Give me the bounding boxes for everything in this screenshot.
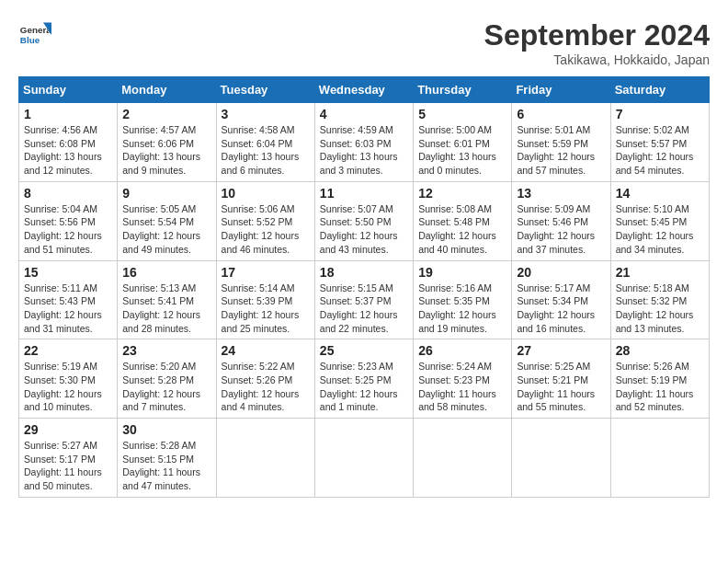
week-row-4: 22Sunrise: 5:19 AM Sunset: 5:30 PM Dayli… [19, 339, 710, 419]
day-cell-16: 16Sunrise: 5:13 AM Sunset: 5:41 PM Dayli… [118, 260, 216, 339]
day-cell-21: 21Sunrise: 5:18 AM Sunset: 5:32 PM Dayli… [610, 260, 709, 339]
day-info: Sunrise: 5:17 AM Sunset: 5:34 PM Dayligh… [517, 282, 605, 336]
day-number: 14 [616, 186, 704, 201]
day-info: Sunrise: 5:19 AM Sunset: 5:30 PM Dayligh… [24, 360, 112, 414]
day-number: 11 [320, 186, 408, 201]
day-info: Sunrise: 5:02 AM Sunset: 5:57 PM Dayligh… [616, 123, 704, 178]
empty-cell [314, 419, 413, 498]
day-cell-30: 30Sunrise: 5:28 AM Sunset: 5:15 PM Dayli… [118, 419, 216, 498]
day-info: Sunrise: 4:59 AM Sunset: 6:03 PM Dayligh… [320, 123, 408, 178]
day-cell-6: 6Sunrise: 5:01 AM Sunset: 5:59 PM Daylig… [512, 103, 610, 182]
day-cell-8: 8Sunrise: 5:04 AM Sunset: 5:56 PM Daylig… [19, 181, 118, 260]
day-number: 9 [122, 186, 210, 201]
day-info: Sunrise: 5:28 AM Sunset: 5:15 PM Dayligh… [122, 439, 210, 493]
day-number: 30 [122, 422, 210, 437]
empty-cell [512, 419, 610, 498]
day-number: 18 [320, 265, 408, 280]
day-info: Sunrise: 5:26 AM Sunset: 5:19 PM Dayligh… [616, 360, 704, 414]
week-row-1: 1Sunrise: 4:56 AM Sunset: 6:08 PM Daylig… [19, 103, 710, 182]
day-number: 22 [24, 343, 112, 358]
day-cell-23: 23Sunrise: 5:20 AM Sunset: 5:28 PM Dayli… [118, 339, 216, 419]
calendar-table: SundayMondayTuesdayWednesdayThursdayFrid… [18, 76, 710, 498]
day-cell-24: 24Sunrise: 5:22 AM Sunset: 5:26 PM Dayli… [216, 339, 314, 419]
day-number: 5 [418, 107, 506, 121]
day-info: Sunrise: 5:01 AM Sunset: 5:59 PM Dayligh… [517, 123, 605, 178]
location-title: Takikawa, Hokkaido, Japan [484, 52, 710, 67]
day-number: 25 [320, 343, 408, 358]
day-info: Sunrise: 5:06 AM Sunset: 5:52 PM Dayligh… [222, 202, 310, 257]
day-cell-2: 2Sunrise: 4:57 AM Sunset: 6:06 PM Daylig… [118, 103, 216, 182]
page-header: General Blue September 2024 Takikawa, Ho… [18, 18, 710, 67]
day-info: Sunrise: 5:18 AM Sunset: 5:32 PM Dayligh… [616, 282, 704, 336]
day-info: Sunrise: 5:08 AM Sunset: 5:48 PM Dayligh… [418, 202, 506, 257]
day-cell-12: 12Sunrise: 5:08 AM Sunset: 5:48 PM Dayli… [414, 181, 512, 260]
day-number: 4 [320, 107, 408, 121]
week-row-2: 8Sunrise: 5:04 AM Sunset: 5:56 PM Daylig… [19, 181, 710, 260]
day-number: 7 [616, 107, 704, 121]
weekday-header-sunday: Sunday [19, 77, 118, 103]
day-info: Sunrise: 5:24 AM Sunset: 5:23 PM Dayligh… [418, 360, 506, 414]
day-cell-22: 22Sunrise: 5:19 AM Sunset: 5:30 PM Dayli… [19, 339, 118, 419]
day-cell-28: 28Sunrise: 5:26 AM Sunset: 5:19 PM Dayli… [610, 339, 709, 419]
day-number: 29 [24, 422, 112, 437]
empty-cell [216, 419, 314, 498]
day-info: Sunrise: 5:07 AM Sunset: 5:50 PM Dayligh… [320, 202, 408, 257]
day-number: 15 [24, 265, 112, 280]
day-number: 23 [122, 343, 210, 358]
day-cell-1: 1Sunrise: 4:56 AM Sunset: 6:08 PM Daylig… [19, 103, 118, 182]
day-info: Sunrise: 4:58 AM Sunset: 6:04 PM Dayligh… [222, 123, 310, 178]
day-number: 2 [122, 107, 210, 121]
day-cell-14: 14Sunrise: 5:10 AM Sunset: 5:45 PM Dayli… [610, 181, 709, 260]
day-cell-3: 3Sunrise: 4:58 AM Sunset: 6:04 PM Daylig… [216, 103, 314, 182]
day-info: Sunrise: 5:22 AM Sunset: 5:26 PM Dayligh… [222, 360, 310, 414]
day-info: Sunrise: 5:25 AM Sunset: 5:21 PM Dayligh… [517, 360, 605, 414]
day-cell-7: 7Sunrise: 5:02 AM Sunset: 5:57 PM Daylig… [610, 103, 709, 182]
day-cell-4: 4Sunrise: 4:59 AM Sunset: 6:03 PM Daylig… [314, 103, 413, 182]
day-number: 12 [418, 186, 506, 201]
day-number: 27 [517, 343, 605, 358]
day-info: Sunrise: 5:20 AM Sunset: 5:28 PM Dayligh… [122, 360, 210, 414]
month-title: September 2024 [484, 18, 710, 52]
logo-icon: General Blue [18, 18, 51, 52]
weekday-header-tuesday: Tuesday [216, 77, 314, 103]
day-info: Sunrise: 5:00 AM Sunset: 6:01 PM Dayligh… [418, 123, 506, 178]
weekday-header-monday: Monday [118, 77, 216, 103]
day-cell-17: 17Sunrise: 5:14 AM Sunset: 5:39 PM Dayli… [216, 260, 314, 339]
day-cell-25: 25Sunrise: 5:23 AM Sunset: 5:25 PM Dayli… [314, 339, 413, 419]
day-info: Sunrise: 5:09 AM Sunset: 5:46 PM Dayligh… [517, 202, 605, 257]
day-number: 13 [517, 186, 605, 201]
day-number: 21 [616, 265, 704, 280]
week-row-3: 15Sunrise: 5:11 AM Sunset: 5:43 PM Dayli… [19, 260, 710, 339]
title-block: September 2024 Takikawa, Hokkaido, Japan [484, 18, 710, 67]
day-info: Sunrise: 5:05 AM Sunset: 5:54 PM Dayligh… [122, 202, 210, 257]
day-number: 17 [222, 265, 310, 280]
day-cell-11: 11Sunrise: 5:07 AM Sunset: 5:50 PM Dayli… [314, 181, 413, 260]
day-number: 19 [418, 265, 506, 280]
day-info: Sunrise: 5:10 AM Sunset: 5:45 PM Dayligh… [616, 202, 704, 257]
weekday-header-saturday: Saturday [610, 77, 709, 103]
day-number: 24 [222, 343, 310, 358]
day-number: 20 [517, 265, 605, 280]
empty-cell [414, 419, 512, 498]
weekday-header-wednesday: Wednesday [314, 77, 413, 103]
day-number: 16 [122, 265, 210, 280]
day-info: Sunrise: 5:15 AM Sunset: 5:37 PM Dayligh… [320, 282, 408, 336]
day-cell-5: 5Sunrise: 5:00 AM Sunset: 6:01 PM Daylig… [414, 103, 512, 182]
day-number: 28 [616, 343, 704, 358]
day-info: Sunrise: 5:13 AM Sunset: 5:41 PM Dayligh… [122, 282, 210, 336]
day-info: Sunrise: 5:11 AM Sunset: 5:43 PM Dayligh… [24, 282, 112, 336]
day-cell-15: 15Sunrise: 5:11 AM Sunset: 5:43 PM Dayli… [19, 260, 118, 339]
day-cell-9: 9Sunrise: 5:05 AM Sunset: 5:54 PM Daylig… [118, 181, 216, 260]
day-cell-13: 13Sunrise: 5:09 AM Sunset: 5:46 PM Dayli… [512, 181, 610, 260]
day-number: 10 [222, 186, 310, 201]
weekday-header-row: SundayMondayTuesdayWednesdayThursdayFrid… [19, 77, 710, 103]
day-cell-19: 19Sunrise: 5:16 AM Sunset: 5:35 PM Dayli… [414, 260, 512, 339]
day-info: Sunrise: 5:27 AM Sunset: 5:17 PM Dayligh… [24, 439, 112, 493]
empty-cell [610, 419, 709, 498]
day-cell-29: 29Sunrise: 5:27 AM Sunset: 5:17 PM Dayli… [19, 419, 118, 498]
day-info: Sunrise: 4:57 AM Sunset: 6:06 PM Dayligh… [122, 123, 210, 178]
logo: General Blue [18, 18, 51, 52]
day-cell-10: 10Sunrise: 5:06 AM Sunset: 5:52 PM Dayli… [216, 181, 314, 260]
day-cell-20: 20Sunrise: 5:17 AM Sunset: 5:34 PM Dayli… [512, 260, 610, 339]
day-info: Sunrise: 4:56 AM Sunset: 6:08 PM Dayligh… [24, 123, 112, 178]
